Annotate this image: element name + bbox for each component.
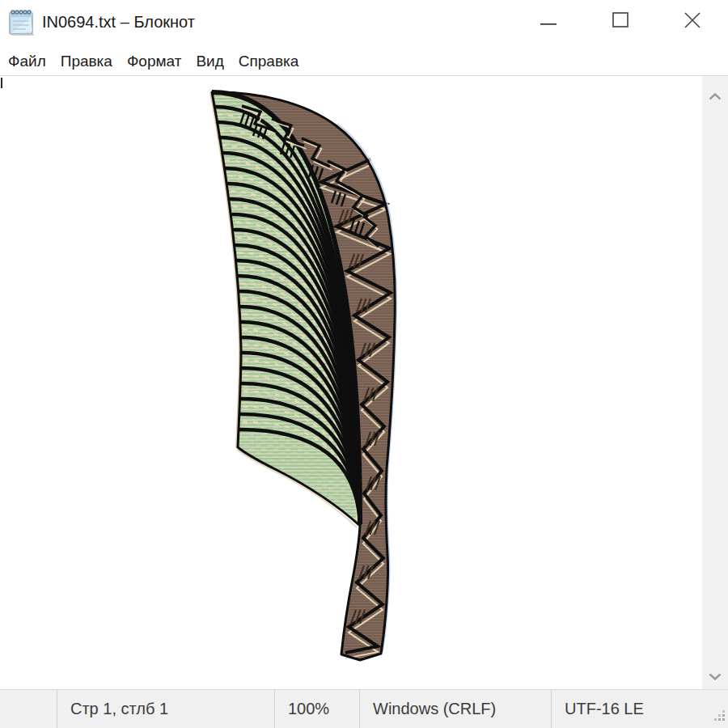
statusbar: Стр 1, стлб 1 100% Windows (CRLF) UTF-16… bbox=[0, 689, 728, 728]
menu-item-view[interactable]: Вид bbox=[188, 47, 231, 75]
resize-grip[interactable] bbox=[713, 707, 726, 726]
scroll-down-button[interactable] bbox=[709, 669, 722, 676]
menu-item-format[interactable]: Формат bbox=[120, 47, 189, 75]
minimize-button[interactable] bbox=[512, 0, 584, 44]
menu-item-edit[interactable]: Правка bbox=[53, 47, 120, 75]
titlebar: IN0694.txt – Блокнот bbox=[0, 0, 728, 47]
vertical-scrollbar[interactable] bbox=[702, 76, 728, 689]
status-spacer bbox=[0, 690, 57, 728]
maximize-button[interactable] bbox=[584, 0, 656, 44]
status-cursor-position: Стр 1, стлб 1 bbox=[57, 690, 274, 728]
text-caret bbox=[1, 78, 2, 88]
maximize-icon bbox=[612, 11, 629, 32]
window-controls bbox=[512, 0, 728, 44]
notepad-window: IN0694.txt – Блокнот Файл Правка Формат bbox=[0, 0, 728, 728]
notepad-icon bbox=[6, 7, 36, 38]
menu-item-file[interactable]: Файл bbox=[1, 47, 53, 75]
feather-artwork bbox=[0, 76, 702, 689]
menu-item-help[interactable]: Справка bbox=[231, 47, 307, 75]
editor-area[interactable] bbox=[0, 76, 728, 689]
menubar: Файл Правка Формат Вид Справка bbox=[0, 47, 728, 76]
status-zoom-level: 100% bbox=[274, 690, 359, 728]
minimize-icon bbox=[540, 15, 557, 29]
window-title: IN0694.txt – Блокнот bbox=[42, 0, 195, 44]
status-encoding: UTF-16 LE bbox=[551, 690, 728, 728]
close-button[interactable] bbox=[656, 0, 728, 44]
close-icon bbox=[683, 11, 702, 33]
scroll-up-button[interactable] bbox=[709, 89, 722, 96]
status-line-ending: Windows (CRLF) bbox=[359, 690, 551, 728]
